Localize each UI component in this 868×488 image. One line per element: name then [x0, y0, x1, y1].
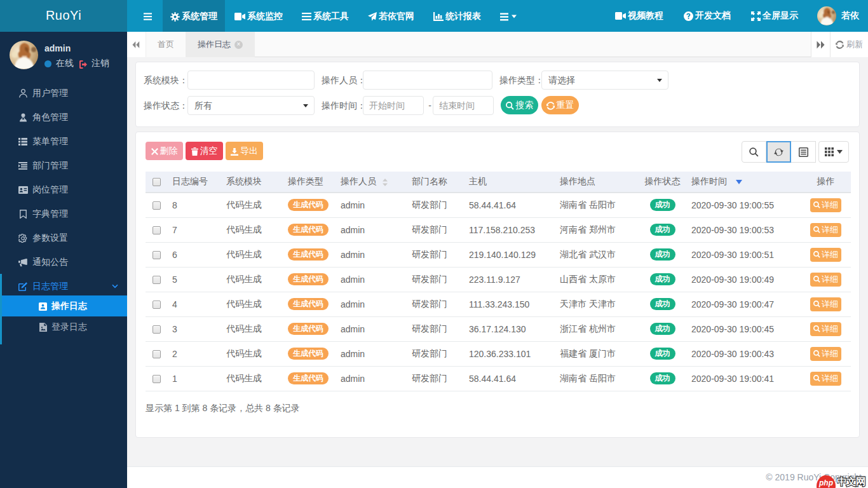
svg-text:中文网: 中文网 — [837, 476, 865, 487]
